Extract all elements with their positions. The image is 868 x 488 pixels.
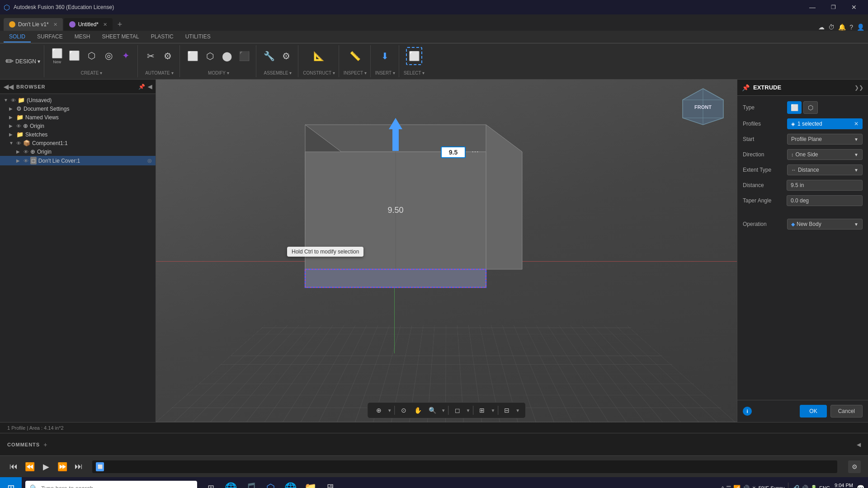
display-dropdown-icon[interactable]: ▼ bbox=[466, 408, 471, 413]
start-button[interactable]: ⊞ bbox=[0, 477, 22, 488]
insert-icon[interactable]: ⬇ bbox=[377, 47, 393, 65]
comments-add-icon[interactable]: + bbox=[43, 441, 47, 448]
extrude-expand-icon[interactable]: ❯❯ bbox=[854, 84, 863, 91]
browser-pin-icon[interactable]: 📌 bbox=[138, 84, 145, 90]
tab-solid[interactable]: SOLID bbox=[4, 32, 31, 42]
tree-item-origin2[interactable]: ▶ 👁 ⊕ Origin bbox=[0, 147, 156, 156]
inspect-label[interactable]: INSPECT ▾ bbox=[344, 70, 367, 75]
pan-icon[interactable]: ✋ bbox=[412, 404, 424, 416]
next-icon[interactable]: ⏩ bbox=[56, 460, 69, 473]
select-label[interactable]: SELECT ▾ bbox=[404, 70, 425, 75]
snap-icon[interactable]: ⊕ bbox=[373, 404, 385, 416]
zoom-dropdown-icon[interactable]: ▼ bbox=[441, 408, 446, 413]
timeline-area[interactable]: ⬜ bbox=[92, 460, 837, 473]
tab-utilities[interactable]: UTILITIES bbox=[180, 32, 216, 42]
taskbar-spotify[interactable]: 🎵 bbox=[241, 477, 260, 488]
tab-user-icon[interactable]: 👤 bbox=[857, 23, 864, 31]
search-box[interactable]: 🔍 bbox=[25, 481, 197, 488]
browser-back-icon[interactable]: ◀◀ bbox=[4, 83, 14, 90]
select-icon[interactable]: ⬜ bbox=[406, 47, 422, 65]
construct-label[interactable]: CONSTRUCT ▾ bbox=[303, 70, 335, 75]
tab-help-icon[interactable]: ? bbox=[849, 23, 853, 31]
tab-plastic[interactable]: PLASTIC bbox=[146, 32, 179, 42]
tab-sheet-metal[interactable]: SHEET METAL bbox=[96, 32, 144, 42]
ok-button[interactable]: OK bbox=[800, 405, 826, 418]
new-component-btn[interactable]: 🔧 bbox=[261, 47, 277, 65]
assemble-label[interactable]: ASSEMBLE ▾ bbox=[264, 70, 292, 75]
target-icon[interactable]: ◎ bbox=[147, 158, 152, 164]
press-pull-icon[interactable]: ⬜ bbox=[184, 47, 201, 65]
tree-item-origin[interactable]: ▶ 👁 ⊕ Origin bbox=[0, 122, 156, 130]
snap-dropdown-icon[interactable]: ▼ bbox=[387, 408, 392, 413]
automate-icon[interactable]: ✂ bbox=[142, 47, 159, 65]
tab-dont-lie-close[interactable]: ✕ bbox=[53, 22, 57, 28]
view-options-icon[interactable]: ⊟ bbox=[501, 404, 513, 416]
shell-icon[interactable]: ⬛ bbox=[236, 47, 252, 65]
timeline-marker-extrude[interactable]: ⬜ bbox=[96, 462, 104, 471]
search-input[interactable] bbox=[41, 485, 193, 488]
dimension-dots-icon[interactable]: ⋯ bbox=[472, 147, 479, 156]
eye-icon[interactable]: 👁 bbox=[24, 158, 28, 164]
display-mode-icon[interactable]: ◻ bbox=[452, 404, 463, 416]
extrude-icon[interactable]: ⬜ bbox=[66, 47, 82, 65]
extrude-pin-icon[interactable]: 📌 bbox=[742, 84, 750, 91]
extent-type-dropdown[interactable]: ↔ Distance ▼ bbox=[787, 164, 863, 175]
design-dropdown[interactable]: ✏ DESIGN ▾ bbox=[2, 45, 44, 77]
distance-input[interactable] bbox=[787, 180, 863, 191]
tray-battery-icon[interactable]: 🔋 bbox=[810, 485, 817, 488]
tray-notification-icon[interactable]: 💬 bbox=[857, 484, 864, 488]
profiles-value[interactable]: ◈ 1 selected ✕ bbox=[787, 118, 863, 129]
create-more-icon[interactable]: ✦ bbox=[118, 47, 134, 65]
automate-icon2[interactable]: ⚙ bbox=[160, 47, 176, 65]
tray-speaker-icon[interactable]: 🔊 bbox=[742, 485, 750, 488]
viewcube[interactable]: FRONT bbox=[678, 86, 728, 127]
tree-item-unsaved[interactable]: ▼ 👁 📁 (Unsaved) bbox=[0, 96, 156, 104]
inspect-icon[interactable]: 📏 bbox=[347, 47, 363, 65]
grid-icon[interactable]: ⊞ bbox=[476, 404, 488, 416]
browser-collapse-icon[interactable]: ◀ bbox=[148, 84, 152, 90]
eye-icon[interactable]: 👁 bbox=[16, 123, 21, 129]
skip-forward-icon[interactable]: ⏭ bbox=[72, 460, 85, 473]
automate-label[interactable]: AUTOMATE ▾ bbox=[145, 70, 173, 75]
tab-mesh[interactable]: MESH bbox=[69, 32, 96, 42]
taskbar-fusion[interactable]: ⬡ bbox=[260, 477, 280, 488]
profiles-remove-icon[interactable]: ✕ bbox=[854, 121, 859, 127]
eye-icon[interactable]: 👁 bbox=[24, 149, 28, 155]
operation-dropdown[interactable]: ◆ New Body ▼ bbox=[787, 219, 863, 230]
joint-icon[interactable]: ⚙ bbox=[278, 47, 294, 65]
new-tab-button[interactable]: + bbox=[113, 18, 126, 31]
orbit-icon[interactable]: ⊙ bbox=[398, 404, 410, 416]
prev-icon[interactable]: ⏪ bbox=[24, 460, 36, 473]
close-button[interactable]: ✕ bbox=[844, 0, 864, 14]
info-button[interactable]: i bbox=[743, 407, 752, 416]
construct-icon[interactable]: 📐 bbox=[311, 47, 327, 65]
revolve-icon[interactable]: ⬡ bbox=[83, 47, 99, 65]
tree-item-component1[interactable]: ▼ 👁 📦 Component1:1 bbox=[0, 139, 156, 147]
dimension-input[interactable]: 9.5 bbox=[441, 146, 466, 158]
taskview-button[interactable]: ⊞ bbox=[201, 477, 221, 488]
taper-angle-input[interactable] bbox=[787, 195, 863, 206]
chamfer-icon[interactable]: ⬤ bbox=[219, 47, 235, 65]
tab-dont-lie[interactable]: Don't Lie v1* ✕ bbox=[4, 18, 63, 31]
play-icon[interactable]: ▶ bbox=[40, 460, 52, 473]
eye-icon[interactable]: 👁 bbox=[11, 98, 16, 103]
timeline-settings-icon[interactable]: ⚙ bbox=[848, 460, 861, 473]
taskbar-edge[interactable]: 🌐 bbox=[221, 477, 241, 488]
tree-item-named-views[interactable]: ▶ 📁 Named Views bbox=[0, 113, 156, 122]
direction-dropdown[interactable]: ↕ One Side ▼ bbox=[787, 149, 863, 160]
tree-item-doc-settings[interactable]: ▶ ⚙ Document Settings bbox=[0, 104, 156, 113]
zoom-icon[interactable]: 🔍 bbox=[427, 404, 439, 416]
taskbar-network[interactable]: 🖥 bbox=[320, 477, 340, 488]
grid-dropdown-icon[interactable]: ▼ bbox=[491, 408, 495, 413]
skip-back-icon[interactable]: ⏮ bbox=[7, 460, 20, 473]
view-options-dropdown-icon[interactable]: ▼ bbox=[515, 408, 520, 413]
tab-untitled[interactable]: Untitled* ✕ bbox=[64, 18, 113, 31]
tree-item-sketches[interactable]: ▶ 📁 Sketches bbox=[0, 130, 156, 139]
tray-network-icon2[interactable]: 🔗 bbox=[792, 485, 799, 488]
minimize-button[interactable]: — bbox=[802, 0, 823, 14]
tab-cloud-icon[interactable]: ☁ bbox=[818, 23, 825, 31]
tab-surface[interactable]: SURFACE bbox=[32, 32, 68, 42]
tray-datetime[interactable]: 9:04 PM 4/9/2023 bbox=[832, 483, 855, 488]
start-dropdown[interactable]: Profile Plane ▼ bbox=[787, 134, 863, 145]
create-label[interactable]: CREATE ▾ bbox=[81, 70, 103, 75]
